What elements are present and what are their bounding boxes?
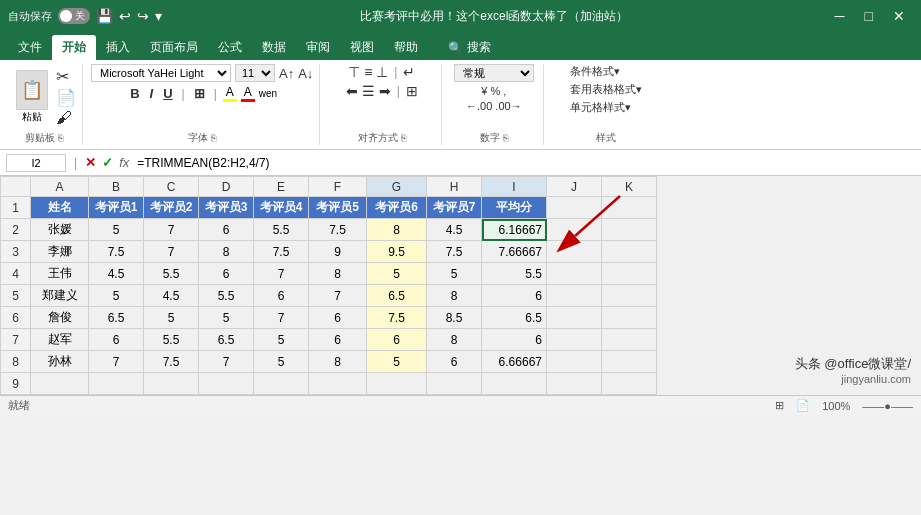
cell-h5[interactable]: 8 [427,285,482,307]
tab-view[interactable]: 视图 [340,35,384,60]
col-header-a[interactable]: A [31,177,89,197]
cell-h9[interactable] [427,373,482,395]
tab-formula[interactable]: 公式 [208,35,252,60]
cell-b1[interactable]: 考评员1 [89,197,144,219]
cell-k7[interactable] [602,329,657,351]
cell-b2[interactable]: 5 [89,219,144,241]
cell-k1[interactable] [602,197,657,219]
cell-k6[interactable] [602,307,657,329]
cell-j9[interactable] [547,373,602,395]
cell-g2[interactable]: 8 [367,219,427,241]
col-header-h[interactable]: H [427,177,482,197]
col-header-i[interactable]: I [482,177,547,197]
cell-k8[interactable] [602,351,657,373]
tab-page-layout[interactable]: 页面布局 [140,35,208,60]
paste-button[interactable]: 📋 粘贴 [12,68,52,126]
align-expand[interactable]: ⎘ [401,133,406,143]
cell-e6[interactable]: 7 [254,307,309,329]
wrap-text-icon[interactable]: ↵ [403,64,415,80]
align-right-icon[interactable]: ➡ [379,83,391,99]
cell-f7[interactable]: 6 [309,329,367,351]
cell-c4[interactable]: 5.5 [144,263,199,285]
col-header-e[interactable]: E [254,177,309,197]
maximize-button[interactable]: □ [857,8,881,24]
cell-i5[interactable]: 6 [482,285,547,307]
zoom-slider[interactable]: ——●—— [862,400,913,412]
cell-d9[interactable] [199,373,254,395]
cell-a4[interactable]: 王伟 [31,263,89,285]
cell-b9[interactable] [89,373,144,395]
cell-i2[interactable]: 6.16667 [482,219,547,241]
cell-j6[interactable] [547,307,602,329]
cell-k4[interactable] [602,263,657,285]
cut-icon[interactable]: ✂ [56,67,76,86]
cell-d4[interactable]: 6 [199,263,254,285]
cell-i7[interactable]: 6 [482,329,547,351]
cell-g5[interactable]: 6.5 [367,285,427,307]
col-header-f[interactable]: F [309,177,367,197]
cell-i4[interactable]: 5.5 [482,263,547,285]
cell-c6[interactable]: 5 [144,307,199,329]
col-header-j[interactable]: J [547,177,602,197]
cell-c8[interactable]: 7.5 [144,351,199,373]
fill-color-button[interactable]: A [223,85,237,102]
cell-i6[interactable]: 6.5 [482,307,547,329]
cell-a6[interactable]: 詹俊 [31,307,89,329]
cell-h2[interactable]: 4.5 [427,219,482,241]
cell-b7[interactable]: 6 [89,329,144,351]
cell-a1[interactable]: 姓名 [31,197,89,219]
decrease-decimal[interactable]: ←.00 [466,100,492,112]
row-header-2[interactable]: 2 [1,219,31,241]
cell-g8[interactable]: 5 [367,351,427,373]
cell-g4[interactable]: 5 [367,263,427,285]
cell-a3[interactable]: 李娜 [31,241,89,263]
col-header-d[interactable]: D [199,177,254,197]
conditional-format-button[interactable]: 条件格式▾ [570,64,620,79]
cell-reference[interactable]: I2 [6,154,66,172]
cell-e9[interactable] [254,373,309,395]
cell-i8[interactable]: 6.66667 [482,351,547,373]
formula-input[interactable] [133,156,915,170]
number-expand[interactable]: ⎘ [503,133,508,143]
cell-k2[interactable] [602,219,657,241]
normal-view-icon[interactable]: 📄 [796,399,810,412]
cell-g7[interactable]: 6 [367,329,427,351]
dropdown-icon[interactable]: ▾ [155,8,162,24]
format-painter-icon[interactable]: 🖌 [56,109,76,127]
cell-d5[interactable]: 5.5 [199,285,254,307]
row-header-5[interactable]: 5 [1,285,31,307]
cell-b3[interactable]: 7.5 [89,241,144,263]
row-header-7[interactable]: 7 [1,329,31,351]
number-format-select[interactable]: 常规 [454,64,534,82]
cell-j2[interactable] [547,219,602,241]
italic-button[interactable]: I [147,85,157,102]
tab-help[interactable]: 帮助 [384,35,428,60]
comma-button[interactable]: , [503,85,506,97]
copy-icon[interactable]: 📄 [56,88,76,107]
redo-icon[interactable]: ↪ [137,8,149,24]
cell-k9[interactable] [602,373,657,395]
tab-home[interactable]: 开始 [52,35,96,60]
cell-h6[interactable]: 8.5 [427,307,482,329]
page-view-icon[interactable]: ⊞ [775,399,784,412]
cell-j1[interactable] [547,197,602,219]
cell-a2[interactable]: 张媛 [31,219,89,241]
font-size-decrease[interactable]: A↓ [298,66,313,81]
cancel-icon[interactable]: ✕ [85,155,96,170]
cell-f3[interactable]: 9 [309,241,367,263]
row-header-6[interactable]: 6 [1,307,31,329]
cell-c3[interactable]: 7 [144,241,199,263]
cell-b4[interactable]: 4.5 [89,263,144,285]
cell-d8[interactable]: 7 [199,351,254,373]
cell-f2[interactable]: 7.5 [309,219,367,241]
tab-review[interactable]: 审阅 [296,35,340,60]
cell-g1[interactable]: 考评员6 [367,197,427,219]
autosave-toggle[interactable]: 关 [58,8,90,24]
align-bottom-icon[interactable]: ⊥ [376,64,388,80]
cell-e1[interactable]: 考评员4 [254,197,309,219]
table-style-button[interactable]: 套用表格格式▾ [570,82,642,97]
cell-d2[interactable]: 6 [199,219,254,241]
cell-k3[interactable] [602,241,657,263]
cell-g6[interactable]: 7.5 [367,307,427,329]
row-header-3[interactable]: 3 [1,241,31,263]
